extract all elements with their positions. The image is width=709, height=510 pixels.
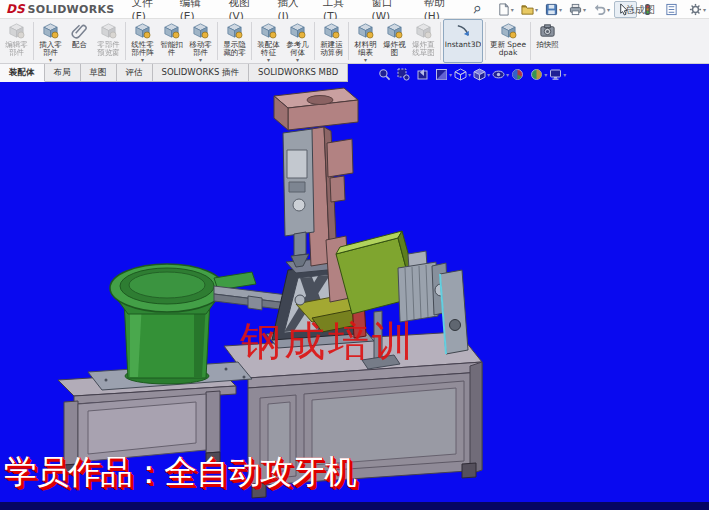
ribbon-button-icon bbox=[134, 22, 151, 41]
dropdown-arrow-icon[interactable]: ▾ bbox=[468, 71, 471, 78]
headsup-button-icon bbox=[454, 68, 467, 81]
assembly-model-tapping-machine[interactable] bbox=[0, 64, 709, 510]
headsup-button-view-settings[interactable]: ▾ bbox=[549, 68, 566, 81]
solidworks-logo: DS SOLIDWORKS bbox=[0, 2, 125, 16]
ribbon-button-take-snapshot[interactable]: 拍快照 ▾ bbox=[533, 19, 562, 63]
ribbon-button-assembly-features[interactable]: 装配体特征 ▾ bbox=[254, 19, 283, 63]
ribbon-button-icon bbox=[100, 22, 117, 41]
ribbon-button-bill-of-materials[interactable]: 材料明细表 ▾ bbox=[351, 19, 380, 63]
model-upright-plate[interactable] bbox=[440, 270, 468, 354]
quick-button-icon bbox=[521, 3, 534, 16]
ribbon-separator bbox=[485, 22, 486, 60]
ribbon-button-label: 移动零部件 bbox=[187, 41, 214, 57]
tab-sketch[interactable]: 草图 bbox=[81, 64, 117, 82]
dropdown-arrow-icon[interactable]: ▾ bbox=[49, 57, 52, 62]
ribbon-button-icon bbox=[192, 22, 209, 41]
ribbon-button-new-motion-study[interactable]: 新建运动算例 ▾ bbox=[317, 19, 346, 63]
ribbon-separator bbox=[530, 22, 531, 60]
dropdown-arrow-icon[interactable]: ▾ bbox=[296, 57, 299, 62]
ribbon-button-explode-line-sketch[interactable]: 爆炸直线草图 ▾ bbox=[409, 19, 438, 63]
ribbon-button-icon bbox=[500, 22, 517, 41]
ribbon-button-show-hidden-components[interactable]: 显示隐藏的零部件 ▾ bbox=[220, 19, 249, 63]
ribbon-button-linear-component-pattern[interactable]: 线性零部件阵列 ▾ bbox=[128, 19, 157, 63]
tab-assembly[interactable]: 装配体 bbox=[0, 64, 45, 82]
heads-up-toolbar: ▾ ▾ ▾ ▾ ▾ ▾ ▾ ▾ bbox=[378, 68, 566, 81]
headsup-button-zoom-to-fit[interactable]: ▾ bbox=[378, 68, 395, 81]
dropdown-arrow-icon[interactable]: ▾ bbox=[267, 57, 270, 62]
ribbon-separator bbox=[440, 22, 441, 60]
headsup-button-icon bbox=[511, 68, 524, 81]
headsup-button-section-view[interactable]: ▾ bbox=[435, 68, 452, 81]
dropdown-arrow-icon[interactable]: ▾ bbox=[535, 6, 538, 13]
ribbon-button-move-component[interactable]: 移动零部件 ▾ bbox=[186, 19, 215, 63]
ribbon-button-label: 材料明细表 bbox=[352, 41, 379, 57]
quick-button-icon bbox=[497, 3, 510, 16]
dropdown-arrow-icon[interactable]: ▾ bbox=[141, 57, 144, 62]
ribbon-button-edit-component[interactable]: 编辑零部件 ▾ bbox=[2, 19, 31, 63]
ribbon-button-insert-components[interactable]: 插入零部件 ▾ bbox=[36, 19, 65, 63]
dropdown-arrow-icon[interactable]: ▾ bbox=[563, 71, 566, 78]
headsup-button-zoom-to-area[interactable]: ▾ bbox=[397, 68, 414, 81]
ribbon-separator bbox=[314, 22, 315, 60]
command-tabs: 装配体布局草图评估SOLIDWORKS 插件SOLIDWORKS MBD bbox=[0, 64, 348, 81]
tab-layout[interactable]: 布局 bbox=[45, 64, 81, 82]
headsup-button-icon bbox=[378, 68, 391, 81]
ribbon-button-icon bbox=[42, 22, 59, 41]
pin-icon[interactable]: ⚲ bbox=[470, 2, 482, 15]
model-bowl-feeder[interactable] bbox=[110, 264, 224, 384]
tab-evaluate[interactable]: 评估 bbox=[117, 64, 153, 82]
headsup-button-icon bbox=[530, 68, 543, 81]
dropdown-arrow-icon[interactable]: ▾ bbox=[487, 71, 490, 78]
dropdown-arrow-icon[interactable]: ▾ bbox=[511, 6, 514, 13]
dropdown-arrow-icon[interactable]: ▾ bbox=[544, 71, 547, 78]
ribbon-button-instant3d[interactable]: Instant3D ▾ bbox=[443, 19, 483, 63]
ribbon-button-exploded-view[interactable]: 爆炸视图 ▾ bbox=[380, 19, 409, 63]
headsup-button-apply-scene[interactable]: ▾ bbox=[530, 68, 547, 81]
dropdown-arrow-icon[interactable]: ▾ bbox=[449, 71, 452, 78]
ribbon-button-update-speedpak[interactable]: 更新 Speedpak ▾ bbox=[488, 19, 528, 63]
headsup-button-display-style[interactable]: ▾ bbox=[473, 68, 490, 81]
solidworks-logo-text: SOLIDWORKS bbox=[28, 3, 115, 16]
ribbon-button-icon bbox=[357, 22, 374, 41]
headsup-button-previous-view[interactable]: ▾ bbox=[416, 68, 433, 81]
headsup-button-icon bbox=[473, 68, 486, 81]
dropdown-arrow-icon[interactable]: ▾ bbox=[559, 6, 562, 13]
quick-button-save[interactable]: ▾ bbox=[542, 1, 565, 18]
ribbon-button-reference-geometry[interactable]: 参考几何体 ▾ bbox=[283, 19, 312, 63]
graphics-viewport[interactable]: 装配体布局草图评估SOLIDWORKS 插件SOLIDWORKS MBD ▾ ▾… bbox=[0, 64, 709, 510]
dropdown-arrow-icon[interactable]: ▾ bbox=[583, 6, 586, 13]
ribbon-button-mate[interactable]: 配合 ▾ bbox=[65, 19, 94, 63]
ribbon-button-icon bbox=[539, 22, 556, 41]
headsup-button-edit-appearance[interactable]: ▾ bbox=[511, 68, 528, 81]
ribbon-button-label: 插入零部件 bbox=[37, 41, 64, 57]
dropdown-arrow-icon[interactable]: ▾ bbox=[506, 71, 509, 78]
dropdown-arrow-icon[interactable]: ▾ bbox=[703, 6, 706, 13]
ribbon-button-label: 爆炸直线草图 bbox=[410, 41, 437, 57]
ribbon-button-label: 编辑零部件 bbox=[3, 41, 30, 57]
quick-button-open[interactable]: ▾ bbox=[518, 1, 541, 18]
headsup-button-view-orientation[interactable]: ▾ bbox=[454, 68, 471, 81]
dropdown-arrow-icon[interactable]: ▾ bbox=[199, 57, 202, 62]
ribbon-button-component-preview-window[interactable]: 零部件预览窗口 ▾ bbox=[94, 19, 123, 63]
ribbon-button-label: 零部件预览窗口 bbox=[95, 41, 122, 57]
ribbon-separator bbox=[125, 22, 126, 60]
dropdown-arrow-icon[interactable]: ▾ bbox=[364, 57, 367, 62]
quick-button-new-document[interactable]: ▾ bbox=[494, 1, 517, 18]
tab-solidworks-mbd[interactable]: SOLIDWORKS MBD bbox=[249, 64, 348, 82]
ribbon-button-label: 显示隐藏的零部件 bbox=[221, 41, 248, 57]
document-title: 总成图 bbox=[600, 3, 680, 17]
ribbon-button-smart-fasteners[interactable]: 智能扣件 ▾ bbox=[157, 19, 186, 63]
tab-solidworks-addins[interactable]: SOLIDWORKS 插件 bbox=[153, 64, 250, 82]
ribbon-separator bbox=[348, 22, 349, 60]
ribbon-separator bbox=[251, 22, 252, 60]
headsup-button-hide-show-items[interactable]: ▾ bbox=[492, 68, 509, 81]
headsup-button-icon bbox=[435, 68, 448, 81]
bottom-strip bbox=[0, 502, 709, 510]
quick-button-print[interactable]: ▾ bbox=[566, 1, 589, 18]
ribbon-button-label: 配合 bbox=[72, 41, 87, 49]
ribbon-button-icon bbox=[71, 22, 88, 41]
ribbon-button-icon bbox=[455, 22, 472, 41]
ribbon-button-icon bbox=[260, 22, 277, 41]
quick-button-options[interactable]: ▾ bbox=[686, 1, 709, 18]
ribbon-button-icon bbox=[8, 22, 25, 41]
